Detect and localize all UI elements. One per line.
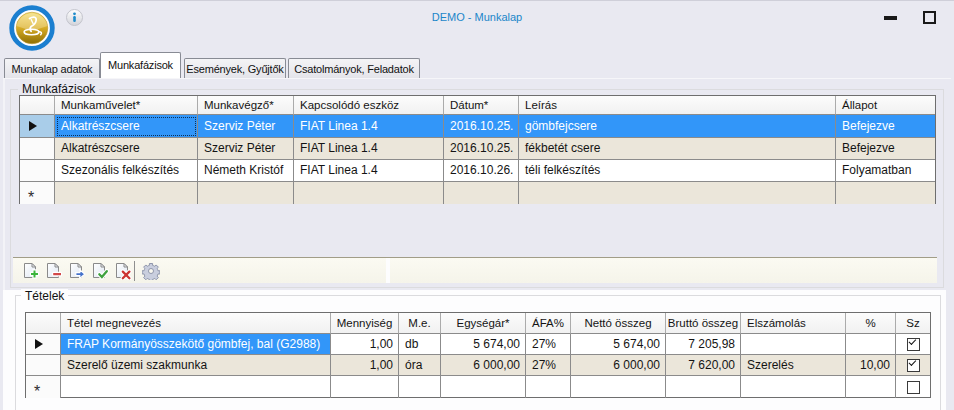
grid-cell[interactable]: 5 674,00 — [571, 334, 666, 355]
grid-cell[interactable]: 2016.10.26. — [444, 160, 519, 182]
column-header-label: Állapot — [836, 99, 935, 112]
column-header[interactable]: Mennyiség — [331, 313, 399, 334]
grid-cell[interactable] — [294, 182, 444, 204]
gear-icon — [142, 266, 160, 283]
grid-cell[interactable] — [526, 376, 571, 398]
grid-cell[interactable]: 6 000,00 — [441, 355, 526, 376]
column-header[interactable]: Bruttó összeg — [666, 313, 741, 334]
tab-esem-nyek-gy-jt-k[interactable]: Események, Gyűjtők — [184, 58, 286, 78]
grid-cell[interactable]: Befejezve — [836, 115, 935, 138]
row-header[interactable] — [20, 138, 55, 160]
grid-cell[interactable]: FIAT Linea 1.4 — [294, 115, 444, 138]
checkbox-unchecked[interactable] — [907, 381, 920, 394]
cell-text — [741, 387, 845, 388]
grid-cell[interactable] — [846, 334, 896, 355]
grid-cell[interactable] — [666, 376, 741, 398]
grid-cell[interactable]: Folyamatban — [836, 160, 935, 182]
grid-cell[interactable] — [896, 355, 930, 376]
grid-cell[interactable] — [741, 376, 846, 398]
grid-cell[interactable]: FIAT Linea 1.4 — [294, 138, 444, 160]
grid-cell[interactable] — [519, 182, 836, 204]
row-header[interactable]: * — [20, 182, 55, 204]
row-header[interactable] — [20, 115, 55, 138]
delete-row-button[interactable] — [45, 262, 63, 280]
grid-cell[interactable]: óra — [399, 355, 441, 376]
tab-munkaf-zisok[interactable]: Munkafázisok — [100, 52, 181, 78]
checkbox-checked[interactable] — [907, 359, 920, 372]
tab-label: Munkalap adatok — [5, 63, 99, 75]
forward-row-button[interactable] — [68, 262, 86, 280]
grid-cell[interactable]: 1,00 — [331, 355, 399, 376]
grid-cell[interactable]: Alkatrészcsere — [55, 115, 198, 138]
grid-cell[interactable] — [896, 376, 930, 398]
row-header[interactable] — [26, 355, 61, 376]
table-header-row: Munkaművelet*Munkavégző*Kapcsolódó eszkö… — [20, 96, 935, 115]
grid-cell[interactable]: 27% — [526, 355, 571, 376]
grid-cell[interactable] — [741, 334, 846, 355]
grid-cell[interactable] — [331, 376, 399, 398]
column-header[interactable]: Leírás — [519, 96, 836, 115]
grid-cell[interactable]: Szerelő üzemi szakmunka — [61, 355, 331, 376]
grid-cell[interactable] — [571, 376, 666, 398]
row-header[interactable]: * — [26, 376, 61, 398]
grid-cell[interactable]: db — [399, 334, 441, 355]
column-header[interactable]: Tétel megnevezés — [61, 313, 331, 334]
column-header[interactable]: Sz — [896, 313, 930, 334]
grid-cell[interactable] — [441, 376, 526, 398]
grid-cell[interactable] — [896, 334, 930, 355]
grid-cell[interactable] — [846, 376, 896, 398]
tab-munkalap-adatok[interactable]: Munkalap adatok — [4, 58, 100, 78]
grid-cell[interactable] — [61, 376, 331, 398]
grid-cell[interactable]: Szerviz Péter — [198, 115, 294, 138]
accept-row-button[interactable] — [91, 262, 109, 280]
column-header-label: ÁFA% — [526, 317, 570, 330]
grid-cell[interactable] — [444, 182, 519, 204]
settings-button[interactable] — [142, 262, 160, 280]
cancel-row-button[interactable] — [114, 262, 132, 280]
grid-cell[interactable]: FIAT Linea 1.4 — [294, 160, 444, 182]
maximize-button[interactable] — [923, 11, 936, 24]
grid-cell[interactable]: Befejezve — [836, 138, 935, 160]
row-header[interactable] — [20, 160, 55, 182]
column-header[interactable]: ÁFA% — [526, 313, 571, 334]
checkbox-checked[interactable] — [907, 338, 920, 351]
grid-cell[interactable]: FRAP Kormányösszekötő gömbfej, bal (G298… — [61, 334, 331, 355]
column-header[interactable]: Munkavégző* — [198, 96, 294, 115]
grid-cell[interactable]: 5 674,00 — [441, 334, 526, 355]
cell-text — [198, 193, 293, 194]
grid-cell[interactable]: Szerelés — [741, 355, 846, 376]
grid-cell[interactable]: Szezonális felkészítés — [55, 160, 198, 182]
grid-cell[interactable] — [399, 376, 441, 398]
grid-cell[interactable]: téli felkészítés — [519, 160, 836, 182]
grid-cell[interactable]: 7 205,98 — [666, 334, 741, 355]
grid-cell[interactable] — [55, 182, 198, 204]
grid-cell[interactable]: 2016.10.25. — [444, 115, 519, 138]
grid-cell[interactable] — [198, 182, 294, 204]
column-header[interactable]: % — [846, 313, 896, 334]
add-row-button[interactable] — [22, 262, 40, 280]
grid-cell[interactable]: fékbetét csere — [519, 138, 836, 160]
column-header[interactable]: Egységár* — [441, 313, 526, 334]
column-header[interactable]: Kapcsolódó eszköz — [294, 96, 444, 115]
grid-cell[interactable]: Szerviz Péter — [198, 138, 294, 160]
grid-cell[interactable]: 10,00 — [846, 355, 896, 376]
grid-cell[interactable]: 27% — [526, 334, 571, 355]
grid-cell[interactable]: 1,00 — [331, 334, 399, 355]
cell-text: Befejezve — [836, 141, 935, 156]
column-header[interactable]: Dátum* — [444, 96, 519, 115]
column-header[interactable]: Állapot — [836, 96, 935, 115]
column-header[interactable]: Munkaművelet* — [55, 96, 198, 115]
column-header[interactable]: Nettó összeg — [571, 313, 666, 334]
column-header[interactable]: Elszámolás — [741, 313, 846, 334]
grid-cell[interactable]: gömbfejcsere — [519, 115, 836, 138]
grid-cell[interactable]: 6 000,00 — [571, 355, 666, 376]
minimize-button[interactable] — [884, 16, 897, 20]
grid-cell[interactable]: 2016.10.25. — [444, 138, 519, 160]
row-header[interactable] — [26, 334, 61, 355]
grid-cell[interactable] — [836, 182, 935, 204]
column-header[interactable]: M.e. — [399, 313, 441, 334]
grid-cell[interactable]: 7 620,00 — [666, 355, 741, 376]
tab-csatolm-nyok-feladatok[interactable]: Csatolmányok, Feladatok — [288, 58, 420, 78]
grid-cell[interactable]: Németh Kristóf — [198, 160, 294, 182]
grid-cell[interactable]: Alkatrészcsere — [55, 138, 198, 160]
